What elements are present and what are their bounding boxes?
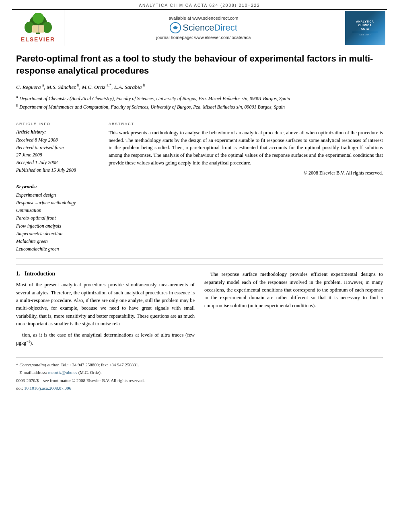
divider-2 (16, 259, 383, 259)
affiliation-b: b Department of Mathematics and Computat… (16, 103, 383, 110)
email-label: E-mail address: (16, 370, 48, 375)
header-section: ELSEVIER available at www.sciencedirect.… (12, 9, 387, 46)
elsevier-tree-icon (22, 13, 54, 35)
elsevier-logo-container: ELSEVIER (12, 10, 64, 46)
corresponding-label: * Corresponding author. Tel.: +34 947 25… (16, 362, 139, 367)
keywords-section: Keywords: Experimental design Response s… (16, 184, 97, 253)
history-revised: Received in revised form (16, 144, 97, 151)
authors: C. Reguera a, M.S. Sánchez b, M.C. Ortiz… (16, 83, 383, 90)
body-right-column: The response surface methodology provide… (204, 271, 383, 350)
sciencedirect-text: ScienceDirect (183, 23, 237, 33)
copyright: © 2008 Elsevier B.V. All rights reserved… (109, 170, 383, 176)
email-name: (M.C. Ortiz). (78, 370, 102, 375)
elsevier-brand-text: ELSEVIER (21, 36, 55, 43)
aca-logo-container: ANALYTICACHIMICAACTA EST. 1947 (343, 10, 387, 46)
corresponding-note: * Corresponding author. Tel.: +34 947 25… (16, 362, 383, 368)
intro-para-2: tion, as it is the case of the analytica… (16, 331, 195, 347)
aca-title: ANALYTICACHIMICAACTA (356, 20, 374, 31)
aca-logo: ANALYTICACHIMICAACTA EST. 1947 (345, 11, 385, 45)
affiliation-a: a Department of Chemistry (Analytical Ch… (16, 94, 383, 102)
doi-link[interactable]: 10.1016/j.aca.2008.07.006 (24, 386, 71, 390)
history-received: Received 8 May 2008 (16, 137, 97, 144)
keyword-5: Flow injection analysis (16, 222, 97, 230)
article-title: Pareto-optimal front as a tool to study … (16, 53, 383, 76)
sciencedirect-logo: ScienceDirect (170, 22, 237, 33)
introduction-text-right: The response surface methodology provide… (204, 271, 383, 310)
doi-label: doi: (16, 386, 23, 390)
divider-keywords (16, 178, 97, 178)
journal-bar: analytica chimica acta 624 (2008) 210–22… (0, 0, 399, 9)
email-link[interactable]: mcortiz@ubu.es (48, 370, 77, 375)
main-content: Pareto-optimal front as a tool to study … (0, 46, 399, 357)
keyword-6: Amperometric detection (16, 230, 97, 238)
history-online: Published on line 15 July 2008 (16, 167, 97, 174)
history-accepted: Accepted 1 July 2008 (16, 159, 97, 166)
footer-section: * Corresponding author. Tel.: +34 947 25… (16, 357, 383, 396)
license-note: 0003-2670/$ – see front matter © 2008 El… (16, 377, 383, 384)
aca-subtitle: EST. 1947 (360, 33, 371, 36)
body-left-column: 1. Introduction Most of the present anal… (16, 271, 195, 350)
keyword-2: Response surface methodology (16, 199, 97, 207)
section-name: Introduction (25, 271, 55, 277)
article-history: Article history: Received 8 May 2008 Rec… (16, 129, 97, 174)
sciencedirect-icon (170, 22, 181, 33)
intro-para-1: Most of the present analytical procedure… (16, 281, 195, 328)
history-revised-date: 27 June 2008 (16, 152, 97, 158)
journal-citation: analytica chimica acta 624 (2008) 210–22… (139, 3, 260, 8)
abstract-section: ABSTRACT This work presents a methodolog… (109, 122, 383, 253)
keyword-3: Optimization (16, 207, 97, 214)
keyword-4: Pareto-optimal front (16, 214, 97, 222)
header-center: available at www.sciencedirect.com Scien… (64, 10, 343, 46)
page: analytica chimica acta 624 (2008) 210–22… (0, 0, 399, 532)
introduction-text-left: Most of the present analytical procedure… (16, 281, 195, 347)
keyword-8: Leucomalachite green (16, 245, 97, 253)
keyword-1: Experimental design (16, 191, 97, 199)
doi-note: doi: 10.1016/j.aca.2008.07.006 (16, 385, 383, 392)
email-note: E-mail address: mcortiz@ubu.es (M.C. Ort… (16, 369, 383, 376)
keyword-7: Malachite green (16, 238, 97, 245)
homepage-text: journal homepage: www.elsevier.com/locat… (156, 35, 251, 40)
available-text: available at www.sciencedirect.com (169, 16, 238, 21)
section-title: 1. Introduction (16, 271, 195, 277)
intro-para-3: The response surface methodology provide… (204, 271, 383, 310)
abstract-text: This work presents a methodology to anal… (109, 129, 383, 167)
divider-1 (16, 116, 383, 116)
info-section: ARTICLE INFO Article history: Received 8… (16, 122, 383, 253)
article-info-column: ARTICLE INFO Article history: Received 8… (16, 122, 97, 253)
abstract-label: ABSTRACT (109, 122, 383, 126)
body-section: 1. Introduction Most of the present anal… (16, 265, 383, 350)
history-title: Article history: (16, 129, 97, 135)
keywords-title: Keywords: (16, 184, 97, 190)
article-info-label: ARTICLE INFO (16, 122, 97, 126)
section-number: 1. (16, 271, 21, 277)
